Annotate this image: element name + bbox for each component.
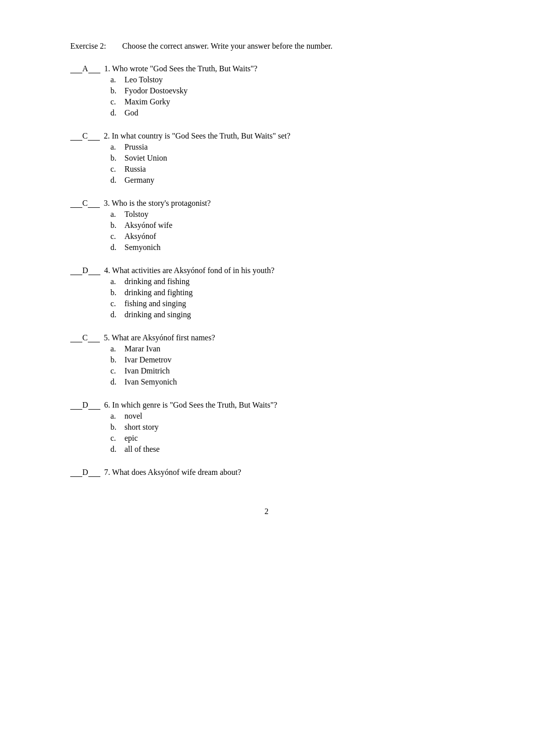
questions-list: A1. Who wrote "God Sees the Truth, But W… [70,64,463,477]
option-text: Ivar Demetrov [124,355,172,364]
question-block-1: A1. Who wrote "God Sees the Truth, But W… [70,64,463,117]
option-item: d.all of these [110,445,463,454]
option-label: a. [110,75,120,84]
option-label: a. [110,277,120,286]
option-label: d. [110,377,120,387]
option-label: b. [110,221,120,230]
answer-blank-3: C [70,199,100,208]
option-item: d.drinking and singing [110,310,463,319]
option-label: b. [110,423,120,432]
option-item: a.Leo Tolstoy [110,75,463,84]
page-number: 2 [70,507,463,516]
answer-blank-4: D [70,266,100,275]
option-text: short story [124,423,159,432]
option-text: Ivan Dmitrich [124,366,170,375]
option-item: b.short story [110,423,463,432]
question-block-6: D6. In which genre is "God Sees the Trut… [70,401,463,454]
options-list-2: a.Prussiab.Soviet Unionc.Russiad.Germany [70,143,463,185]
option-label: c. [110,366,120,375]
option-label: c. [110,97,120,106]
option-text: Fyodor Dostoevsky [124,86,188,95]
question-line-6: D6. In which genre is "God Sees the Trut… [70,401,463,410]
question-text-2: 2. In what country is "God Sees the Trut… [104,132,291,141]
option-text: epic [124,434,138,443]
option-text: Russia [124,165,146,174]
option-item: c.Russia [110,165,463,174]
question-text-3: 3. Who is the story's protagonist? [104,199,211,208]
option-text: Leo Tolstoy [124,75,163,84]
option-label: a. [110,143,120,152]
option-item: c.fishing and singing [110,299,463,308]
answer-blank-7: D [70,468,100,477]
option-label: d. [110,445,120,454]
question-line-7: D7. What does Aksyónof wife dream about? [70,468,463,477]
option-item: c.Maxim Gorky [110,97,463,106]
option-text: Aksyónof wife [124,221,173,230]
answer-blank-2: C [70,132,100,141]
option-text: Aksyónof [124,232,156,241]
option-item: c.Ivan Dmitrich [110,366,463,375]
option-label: c. [110,165,120,174]
question-block-4: D4. What activities are Aksyónof fond of… [70,266,463,319]
option-label: c. [110,434,120,443]
option-text: drinking and fighting [124,288,193,297]
option-label: b. [110,154,120,163]
answer-blank-1: A [70,64,100,73]
option-item: a.drinking and fishing [110,277,463,286]
option-item: d.Semyonich [110,243,463,252]
option-item: a.Marar Ivan [110,344,463,353]
option-text: Semyonich [124,243,161,252]
option-text: Marar Ivan [124,344,161,353]
option-item: d.Germany [110,176,463,185]
option-label: b. [110,355,120,364]
option-label: d. [110,243,120,252]
question-line-2: C2. In what country is "God Sees the Tru… [70,132,463,141]
option-item: b.Soviet Union [110,154,463,163]
option-label: c. [110,232,120,241]
question-text-7: 7. What does Aksyónof wife dream about? [104,468,241,477]
question-text-4: 4. What activities are Aksyónof fond of … [104,266,275,275]
question-text-5: 5. What are Aksyónof first names? [104,333,215,342]
option-text: Prussia [124,143,148,152]
option-item: c.Aksyónof [110,232,463,241]
option-label: a. [110,344,120,353]
question-block-7: D7. What does Aksyónof wife dream about? [70,468,463,477]
question-text-1: 1. Who wrote "God Sees the Truth, But Wa… [104,64,257,73]
option-text: Soviet Union [124,154,167,163]
exercise-header: Exercise 2: Choose the correct answer. W… [70,40,463,52]
option-item: a.Prussia [110,143,463,152]
question-block-3: C3. Who is the story's protagonist?a.Tol… [70,199,463,252]
option-text: Ivan Semyonich [124,377,177,387]
options-list-5: a.Marar Ivanb.Ivar Demetrovc.Ivan Dmitri… [70,344,463,387]
exercise-instruction: Choose the correct answer. Write your an… [122,40,333,52]
option-item: a.novel [110,412,463,421]
answer-blank-6: D [70,401,100,410]
option-text: novel [124,412,143,421]
option-text: Maxim Gorky [124,97,170,106]
options-list-1: a.Leo Tolstoyb.Fyodor Dostoevskyc.Maxim … [70,75,463,117]
question-block-2: C2. In what country is "God Sees the Tru… [70,132,463,185]
option-label: c. [110,299,120,308]
options-list-4: a.drinking and fishingb.drinking and fig… [70,277,463,319]
option-text: all of these [124,445,160,454]
question-text-6: 6. In which genre is "God Sees the Truth… [104,401,278,410]
option-label: a. [110,210,120,219]
option-label: b. [110,288,120,297]
question-line-1: A1. Who wrote "God Sees the Truth, But W… [70,64,463,73]
option-label: a. [110,412,120,421]
option-text: drinking and singing [124,310,191,319]
option-text: Tolstoy [124,210,149,219]
options-list-6: a.novelb.short storyc.epicd.all of these [70,412,463,454]
option-item: c.epic [110,434,463,443]
option-label: d. [110,108,120,117]
option-item: b.drinking and fighting [110,288,463,297]
options-list-3: a.Tolstoyb.Aksyónof wifec.Aksyónofd.Semy… [70,210,463,252]
question-line-4: D4. What activities are Aksyónof fond of… [70,266,463,275]
option-item: d.God [110,108,463,117]
question-line-5: C5. What are Aksyónof first names? [70,333,463,342]
option-label: d. [110,176,120,185]
option-item: b.Aksyónof wife [110,221,463,230]
answer-blank-5: C [70,333,100,342]
option-label: b. [110,86,120,95]
option-text: Germany [124,176,155,185]
